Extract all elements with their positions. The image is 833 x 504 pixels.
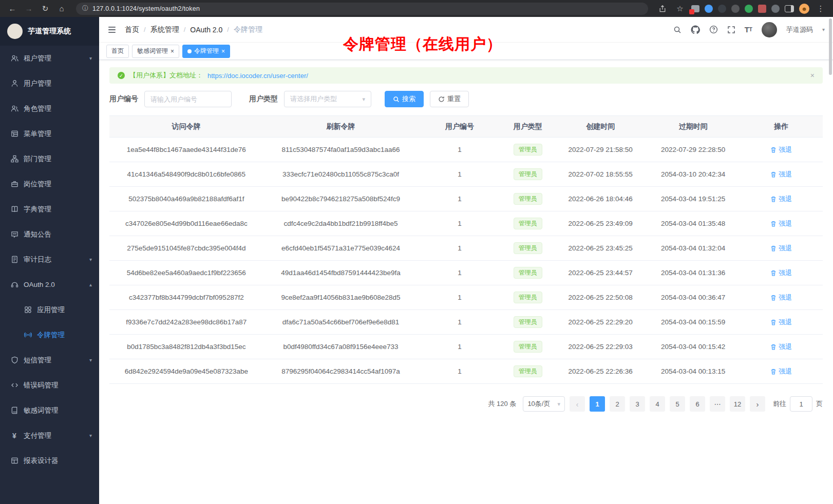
page-button-6[interactable]: 6 bbox=[690, 396, 705, 412]
search-button[interactable]: 搜索 bbox=[385, 91, 424, 107]
forward-icon[interactable]: → bbox=[23, 3, 35, 15]
dark-extension-icon[interactable] bbox=[718, 5, 726, 13]
home-icon[interactable]: ⌂ bbox=[55, 3, 68, 15]
close-icon[interactable]: × bbox=[221, 48, 225, 54]
browser-menu-icon[interactable]: ⋮ bbox=[815, 3, 827, 15]
user-id-input[interactable] bbox=[144, 91, 232, 107]
sidebar-item-label: 租户管理 bbox=[24, 54, 51, 63]
star-icon[interactable]: ☆ bbox=[674, 3, 686, 15]
alert-close-icon[interactable]: × bbox=[810, 71, 815, 80]
sidebar-item-dept[interactable]: 部门管理 bbox=[0, 146, 99, 171]
expires-cell: 2054-03-04 00:13:15 bbox=[647, 359, 740, 384]
reload-icon[interactable]: ↻ bbox=[39, 3, 51, 15]
back-icon[interactable]: ← bbox=[6, 3, 18, 15]
share-icon[interactable] bbox=[656, 3, 669, 15]
page-button-4[interactable]: 4 bbox=[650, 396, 665, 412]
sidebar: 芋道管理系统 租户管理 ▾ 用户管理 角色管理 菜单管理 部门管理 bbox=[0, 17, 99, 504]
col-expires: 过期时间 bbox=[647, 116, 740, 138]
sidebar-item-label: 报表设计器 bbox=[24, 456, 59, 466]
help-icon[interactable] bbox=[709, 25, 718, 34]
refresh-token-cell: e6cfd40eb1f54571a31e775e039c4624 bbox=[263, 236, 419, 261]
breadcrumb-home[interactable]: 首页 bbox=[125, 25, 139, 34]
force-logout-button[interactable]: 强退 bbox=[770, 219, 792, 228]
sidebar-item-pay[interactable]: ¥ 支付管理 ▾ bbox=[0, 423, 99, 448]
extension-badge-icon[interactable] bbox=[691, 5, 699, 12]
sidebar-item-error-code[interactable]: 错误码管理 bbox=[0, 373, 99, 398]
github-icon[interactable] bbox=[691, 25, 700, 34]
force-logout-label: 强退 bbox=[779, 195, 792, 204]
sidebar-item-sensitive-word[interactable]: 敏感词管理 bbox=[0, 398, 99, 423]
app-logo[interactable]: 芋道管理系统 bbox=[0, 17, 99, 46]
alert-doc-link[interactable]: https://doc.iocoder.cn/user-center/ bbox=[207, 72, 308, 80]
page-button-3[interactable]: 3 bbox=[630, 396, 645, 412]
hamburger-icon[interactable] bbox=[107, 25, 117, 34]
goto-page-input[interactable] bbox=[790, 396, 812, 412]
sidebar-item-report-designer[interactable]: 报表设计器 bbox=[0, 448, 99, 473]
expires-cell: 2054-03-04 01:31:36 bbox=[647, 261, 740, 285]
sidebar-item-oauth[interactable]: OAuth 2.0 ▴ bbox=[0, 272, 99, 297]
force-logout-button[interactable]: 强退 bbox=[770, 367, 792, 376]
prev-page-button[interactable]: ‹ bbox=[570, 396, 585, 412]
green-extension-icon[interactable] bbox=[745, 5, 753, 13]
force-logout-button[interactable]: 强退 bbox=[770, 318, 792, 327]
tab-home[interactable]: 首页 bbox=[106, 45, 129, 58]
sidebar-item-role[interactable]: 角色管理 bbox=[0, 96, 99, 121]
breadcrumb-oauth[interactable]: OAuth 2.0 bbox=[190, 26, 222, 34]
sidebar-item-tenant[interactable]: 租户管理 ▾ bbox=[0, 46, 99, 71]
gray-extension-icon[interactable] bbox=[731, 5, 740, 13]
sidebar-item-audit-log[interactable]: 审计日志 ▾ bbox=[0, 247, 99, 272]
user-type-select[interactable]: 请选择用户类型 ▾ bbox=[284, 91, 371, 107]
search-icon[interactable] bbox=[673, 26, 681, 34]
page-size-select[interactable]: 10条/页 ▾ bbox=[523, 396, 565, 412]
reset-button-label: 重置 bbox=[447, 94, 461, 104]
table-row: c342377bf8b344799dcbf7bf095287f2 9ce8ef2… bbox=[109, 285, 823, 310]
page-button-5[interactable]: 5 bbox=[670, 396, 685, 412]
paw-extension-icon[interactable] bbox=[771, 5, 780, 13]
caret-down-icon[interactable]: ▾ bbox=[822, 27, 825, 32]
force-logout-button[interactable]: 强退 bbox=[770, 195, 792, 204]
page-button-1[interactable]: 1 bbox=[590, 396, 605, 412]
navbar-actions: TT 芋道源码 ▾ bbox=[673, 22, 825, 37]
created-cell: 2022-06-25 23:44:57 bbox=[555, 261, 647, 285]
browser-profile-avatar[interactable]: ☻ bbox=[799, 4, 809, 14]
tab-sensitive-word[interactable]: 敏感词管理 × bbox=[132, 45, 179, 58]
force-logout-button[interactable]: 强退 bbox=[770, 170, 792, 179]
tab-token[interactable]: 令牌管理 × bbox=[182, 45, 230, 58]
sidebar-item-dict[interactable]: 字典管理 bbox=[0, 197, 99, 222]
fullscreen-icon[interactable] bbox=[727, 26, 735, 34]
force-logout-button[interactable]: 强退 bbox=[770, 145, 792, 154]
url-bar[interactable]: ⓘ 127.0.0.1:1024/system/oauth2/token bbox=[76, 3, 648, 15]
more-pages-button[interactable]: ⋯ bbox=[710, 396, 725, 412]
extensions-puzzle-icon[interactable] bbox=[758, 5, 766, 13]
sidebar-item-oauth-app[interactable]: 应用管理 bbox=[0, 297, 99, 322]
browser-chrome: ← → ↻ ⌂ ⓘ 127.0.0.1:1024/system/oauth2/t… bbox=[0, 0, 833, 17]
sidebar-item-user[interactable]: 用户管理 bbox=[0, 71, 99, 96]
sidebar-item-post[interactable]: 岗位管理 bbox=[0, 171, 99, 197]
force-logout-button[interactable]: 强退 bbox=[770, 268, 792, 278]
force-logout-button[interactable]: 强退 bbox=[770, 293, 792, 302]
scrollbar[interactable] bbox=[829, 18, 832, 75]
sidebar-item-oauth-token[interactable]: 令牌管理 bbox=[0, 322, 99, 347]
force-logout-button[interactable]: 强退 bbox=[770, 342, 792, 352]
force-logout-button[interactable]: 强退 bbox=[770, 244, 792, 253]
sidebar-item-notice[interactable]: 通知公告 bbox=[0, 222, 99, 247]
force-logout-label: 强退 bbox=[779, 318, 792, 327]
force-logout-label: 强退 bbox=[779, 268, 792, 278]
action-cell: 强退 bbox=[740, 359, 823, 384]
info-icon[interactable]: ⓘ bbox=[82, 4, 88, 13]
user-avatar[interactable] bbox=[762, 22, 777, 37]
sidebar-item-sms[interactable]: 短信管理 ▾ bbox=[0, 347, 99, 373]
user-type-cell: 管理员 bbox=[501, 335, 555, 359]
reset-button[interactable]: 重置 bbox=[430, 91, 469, 107]
close-icon[interactable]: × bbox=[171, 48, 174, 54]
page-button-2[interactable]: 2 bbox=[610, 396, 625, 412]
page-button-12[interactable]: 12 bbox=[730, 396, 745, 412]
breadcrumb-system[interactable]: 系统管理 bbox=[150, 25, 179, 34]
role-tag: 管理员 bbox=[514, 292, 542, 303]
font-size-icon[interactable]: TT bbox=[745, 25, 752, 34]
sidebar-item-menu[interactable]: 菜单管理 bbox=[0, 121, 99, 146]
side-panel-icon[interactable] bbox=[785, 5, 794, 12]
blue-extension-icon[interactable] bbox=[705, 5, 713, 13]
report-layout-icon bbox=[10, 457, 18, 464]
next-page-button[interactable]: › bbox=[750, 396, 765, 412]
